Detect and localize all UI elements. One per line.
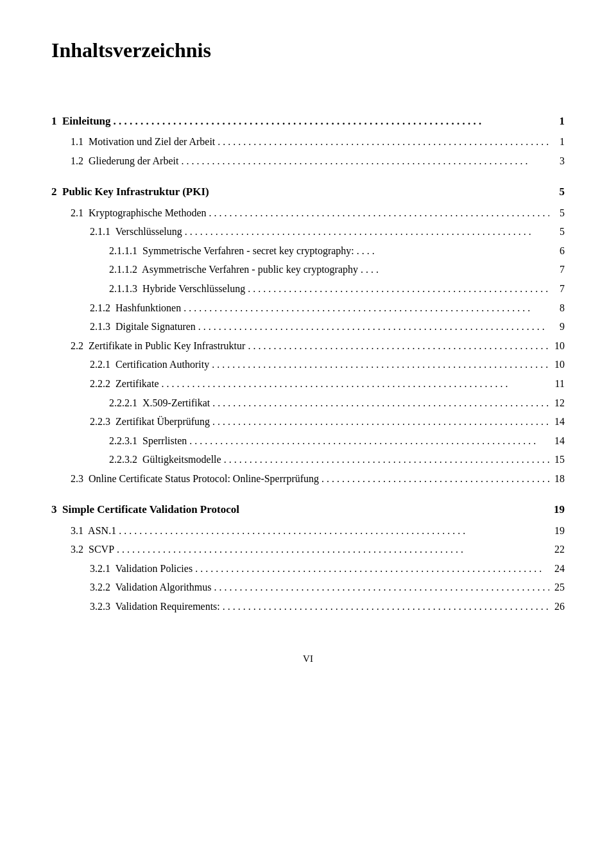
toc-entry-ch3: 3 Simple Certificate Validation Protocol… — [51, 501, 565, 518]
bottom-page-number: VI — [51, 654, 565, 664]
entry-dots-3.2.1: . . . . . . . . . . . . . . . . . . . . … — [195, 560, 549, 577]
entry-dots-2.3: . . . . . . . . . . . . . . . . . . . . … — [321, 471, 549, 487]
toc-entry-3.2.1: 3.2.1 Validation Policies. . . . . . . .… — [51, 560, 565, 577]
entry-label-2.2.3.1: 2.2.3.1 Sperrlisten — [109, 433, 187, 449]
entry-page-ch2: 5 — [552, 183, 565, 200]
toc-entry-2.1: 2.1 Kryptographische Methoden. . . . . .… — [51, 205, 565, 221]
entry-label-2.2.3.2: 2.2.3.2 Gültigkeitsmodelle — [109, 451, 221, 468]
entry-label-2.2.2: 2.2.2 Zertifikate — [90, 376, 159, 392]
entry-dots-2.2.2.1: . . . . . . . . . . . . . . . . . . . . … — [212, 395, 549, 411]
entry-page-3.2.1: 24 — [552, 560, 565, 577]
entry-page-2.1.1.2: 7 — [552, 261, 565, 278]
entry-dots-2.1.3: . . . . . . . . . . . . . . . . . . . . … — [198, 318, 549, 335]
entry-label-2.2.1: 2.2.1 Certification Authority — [90, 356, 209, 373]
entry-dots-1.1: . . . . . . . . . . . . . . . . . . . . … — [218, 134, 549, 150]
toc-entry-2.1.3: 2.1.3 Digitale Signaturen. . . . . . . .… — [51, 318, 565, 335]
entry-label-3.2: 3.2 SCVP — [71, 541, 114, 558]
toc-entry-2.2.1: 2.2.1 Certification Authority. . . . . .… — [51, 356, 565, 373]
toc-entry-1.2: 1.2 Gliederung der Arbeit. . . . . . . .… — [51, 153, 565, 169]
entry-label-2.1.1.3: 2.1.1.3 Hybride Verschlüsselung — [109, 281, 245, 297]
entry-dots-2.2.1: . . . . . . . . . . . . . . . . . . . . … — [212, 356, 549, 373]
entry-label-2.2.3: 2.2.3 Zertifikat Überprüfung — [90, 413, 210, 430]
toc-entry-2.2.2.1: 2.2.2.1 X.509-Zertifikat. . . . . . . . … — [51, 395, 565, 411]
entry-label-3.2.1: 3.2.1 Validation Policies — [90, 560, 193, 577]
entry-label-1.1: 1.1 Motivation und Ziel der Arbeit — [71, 134, 215, 150]
entry-label-2.1.1.1: 2.1.1.1 Symmetrische Verfahren - secret … — [109, 243, 375, 259]
entry-label-2.1.1.2: 2.1.1.2 Asymmetrische Verfahren - public… — [109, 261, 379, 278]
toc-entry-2.1.1: 2.1.1 Verschlüsselung. . . . . . . . . .… — [51, 223, 565, 240]
entry-page-2.3: 18 — [552, 471, 565, 487]
entry-page-2.2: 10 — [552, 338, 565, 354]
toc-entry-3.2: 3.2 SCVP. . . . . . . . . . . . . . . . … — [51, 541, 565, 558]
entry-page-2.1.2: 8 — [552, 300, 565, 316]
entry-dots-3.1: . . . . . . . . . . . . . . . . . . . . … — [119, 523, 549, 539]
toc-entry-2.2.3: 2.2.3 Zertifikat Überprüfung. . . . . . … — [51, 413, 565, 430]
entry-page-3.2: 22 — [552, 541, 565, 558]
entry-label-ch2: 2 Public Key Infrastruktur (PKI) — [51, 183, 209, 200]
toc-entry-2.1.2: 2.1.2 Hashfunktionen. . . . . . . . . . … — [51, 300, 565, 316]
entry-dots-ch1: . . . . . . . . . . . . . . . . . . . . … — [114, 112, 549, 130]
entry-page-ch1: 1 — [552, 112, 565, 130]
toc-entry-2.1.1.3: 2.1.1.3 Hybride Verschlüsselung. . . . .… — [51, 281, 565, 297]
page-title: Inhaltsverzeichnis — [51, 39, 565, 62]
entry-label-2.1.3: 2.1.3 Digitale Signaturen — [90, 318, 196, 335]
toc-entry-2.3: 2.3 Online Certificate Status Protocol: … — [51, 471, 565, 487]
entry-dots-2.2.3.1: . . . . . . . . . . . . . . . . . . . . … — [189, 433, 549, 449]
entry-label-2.2.2.1: 2.2.2.1 X.509-Zertifikat — [109, 395, 210, 411]
entry-page-2.2.1: 10 — [552, 356, 565, 373]
toc-entry-2.2: 2.2 Zertifikate in Public Key Infrastruk… — [51, 338, 565, 354]
entry-dots-2.2.3: . . . . . . . . . . . . . . . . . . . . … — [212, 413, 549, 430]
entry-label-ch1: 1 Einleitung — [51, 112, 111, 130]
entry-label-3.2.2: 3.2.2 Validation Algorithmus — [90, 579, 211, 596]
entry-page-2.1.3: 9 — [552, 318, 565, 335]
toc-entry-2.1.1.2: 2.1.1.2 Asymmetrische Verfahren - public… — [51, 261, 565, 278]
entry-page-2.1.1: 5 — [552, 223, 565, 240]
entry-label-2.1.1: 2.1.1 Verschlüsselung — [90, 223, 182, 240]
entry-label-3.1: 3.1 ASN.1 — [71, 523, 116, 539]
toc-entry-2.1.1.1: 2.1.1.1 Symmetrische Verfahren - secret … — [51, 243, 565, 259]
entry-page-1.2: 3 — [552, 153, 565, 169]
toc-entry-3.2.3: 3.2.3 Validation Requirements:. . . . . … — [51, 598, 565, 615]
entry-page-2.2.2.1: 12 — [552, 395, 565, 411]
toc-entry-ch2: 2 Public Key Infrastruktur (PKI)5 — [51, 183, 565, 200]
toc-entry-2.2.3.2: 2.2.3.2 Gültigkeitsmodelle. . . . . . . … — [51, 451, 565, 468]
entry-label-ch3: 3 Simple Certificate Validation Protocol — [51, 501, 239, 518]
entry-dots-2.1.1: . . . . . . . . . . . . . . . . . . . . … — [185, 223, 549, 240]
entry-label-2.2: 2.2 Zertifikate in Public Key Infrastruk… — [71, 338, 245, 354]
entry-dots-3.2.2: . . . . . . . . . . . . . . . . . . . . … — [214, 579, 549, 596]
entry-label-2.1.2: 2.1.2 Hashfunktionen — [90, 300, 181, 316]
entry-label-3.2.3: 3.2.3 Validation Requirements: — [90, 598, 220, 615]
entry-dots-1.2: . . . . . . . . . . . . . . . . . . . . … — [181, 153, 549, 169]
toc-entry-3.2.2: 3.2.2 Validation Algorithmus. . . . . . … — [51, 579, 565, 596]
toc-entry-3.1: 3.1 ASN.1. . . . . . . . . . . . . . . .… — [51, 523, 565, 539]
entry-dots-2.1.1.3: . . . . . . . . . . . . . . . . . . . . … — [248, 281, 549, 297]
entry-page-1.1: 1 — [552, 134, 565, 150]
entry-page-3.2.3: 26 — [552, 598, 565, 615]
entry-page-2.2.3.2: 15 — [552, 451, 565, 468]
toc-entry-2.2.3.1: 2.2.3.1 Sperrlisten. . . . . . . . . . .… — [51, 433, 565, 449]
toc-entry-1.1: 1.1 Motivation und Ziel der Arbeit. . . … — [51, 134, 565, 150]
entry-page-2.1.1.3: 7 — [552, 281, 565, 297]
entry-dots-2.1.2: . . . . . . . . . . . . . . . . . . . . … — [184, 300, 549, 316]
entry-page-2.2.3: 14 — [552, 413, 565, 430]
entry-label-2.3: 2.3 Online Certificate Status Protocol: … — [71, 471, 319, 487]
entry-dots-3.2.3: . . . . . . . . . . . . . . . . . . . . … — [223, 598, 549, 615]
entry-page-2.1: 5 — [552, 205, 565, 221]
entry-page-2.2.3.1: 14 — [552, 433, 565, 449]
toc-entry-2.2.2: 2.2.2 Zertifikate. . . . . . . . . . . .… — [51, 376, 565, 392]
entry-dots-2.2.3.2: . . . . . . . . . . . . . . . . . . . . … — [224, 451, 549, 468]
entry-page-2.1.1.1: 6 — [552, 243, 565, 259]
entry-page-ch3: 19 — [552, 501, 565, 518]
entry-label-2.1: 2.1 Kryptographische Methoden — [71, 205, 207, 221]
entry-page-3.2.2: 25 — [552, 579, 565, 596]
toc-container: 1 Einleitung. . . . . . . . . . . . . . … — [51, 101, 565, 615]
toc-entry-ch1: 1 Einleitung. . . . . . . . . . . . . . … — [51, 112, 565, 130]
entry-label-1.2: 1.2 Gliederung der Arbeit — [71, 153, 178, 169]
entry-dots-2.1: . . . . . . . . . . . . . . . . . . . . … — [209, 205, 549, 221]
entry-page-2.2.2: 11 — [552, 376, 565, 392]
entry-dots-2.2: . . . . . . . . . . . . . . . . . . . . … — [248, 338, 549, 354]
entry-page-3.1: 19 — [552, 523, 565, 539]
entry-dots-3.2: . . . . . . . . . . . . . . . . . . . . … — [117, 541, 549, 558]
entry-dots-2.2.2: . . . . . . . . . . . . . . . . . . . . … — [162, 376, 549, 392]
